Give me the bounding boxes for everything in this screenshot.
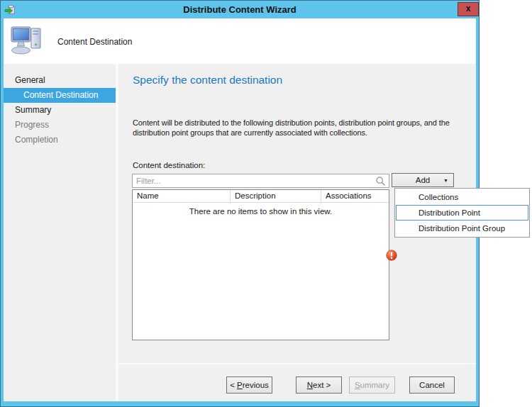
cancel-label: Cancel (419, 381, 445, 389)
next-button[interactable]: Next > (296, 377, 342, 394)
page-description: Content will be distributed to the follo… (133, 118, 467, 138)
close-button[interactable]: x (458, 2, 479, 16)
table-header-row: Name Description Associations (133, 190, 389, 203)
desktop: Distribute Content Wizard x (0, 0, 532, 407)
summary-label-key: S (355, 381, 360, 389)
summary-button[interactable]: Summary (349, 377, 395, 394)
content-destination-label: Content destination: (133, 161, 205, 169)
filter-input[interactable] (133, 177, 375, 185)
next-label-post: ext > (313, 381, 331, 389)
menu-item-distribution-point-group[interactable]: Distribution Point Group (396, 221, 528, 236)
menu-item-distribution-point[interactable]: Distribution Point (396, 205, 528, 221)
step-completion: Completion (4, 133, 116, 147)
summary-label-post: ummary (360, 381, 390, 389)
step-progress: Progress (4, 118, 116, 133)
previous-label-post: revious (243, 381, 269, 389)
add-button[interactable]: Add ▼ (392, 173, 454, 187)
table-empty-message: There are no items to show in this view. (133, 203, 389, 216)
previous-label-pre: < (230, 381, 237, 389)
footer-divider (118, 363, 476, 364)
add-dropdown-menu: Collections Distribution Point Distribut… (394, 188, 530, 238)
validation-error-icon (386, 250, 397, 261)
next-label-key: N (307, 381, 313, 389)
column-header-associations[interactable]: Associations (321, 190, 389, 202)
column-header-name[interactable]: Name (133, 190, 231, 202)
step-general: General (4, 73, 116, 88)
previous-label-key: P (237, 381, 243, 389)
step-summary: Summary (4, 103, 116, 118)
wizard-steps-sidebar: General Content Destination Summary Prog… (4, 64, 116, 401)
filter-box (132, 174, 389, 188)
wizard-header: Content Destination (4, 18, 476, 64)
destinations-table: Name Description Associations There are … (132, 189, 389, 340)
step-title: Content Destination (57, 37, 132, 47)
column-header-description[interactable]: Description (231, 190, 321, 202)
menu-item-collections[interactable]: Collections (396, 189, 528, 205)
page-title: Specify the content destination (133, 74, 282, 87)
window-title: Distribute Content Wizard (1, 4, 479, 15)
close-icon: x (466, 4, 471, 13)
add-button-label: Add (416, 176, 430, 184)
previous-button[interactable]: < Previous (226, 377, 272, 394)
chevron-down-icon: ▼ (443, 178, 448, 183)
titlebar[interactable]: Distribute Content Wizard x (1, 1, 479, 18)
cancel-button[interactable]: Cancel (409, 377, 455, 394)
computer-icon (10, 24, 44, 60)
step-content-destination: Content Destination (4, 88, 116, 103)
search-icon (375, 176, 386, 186)
